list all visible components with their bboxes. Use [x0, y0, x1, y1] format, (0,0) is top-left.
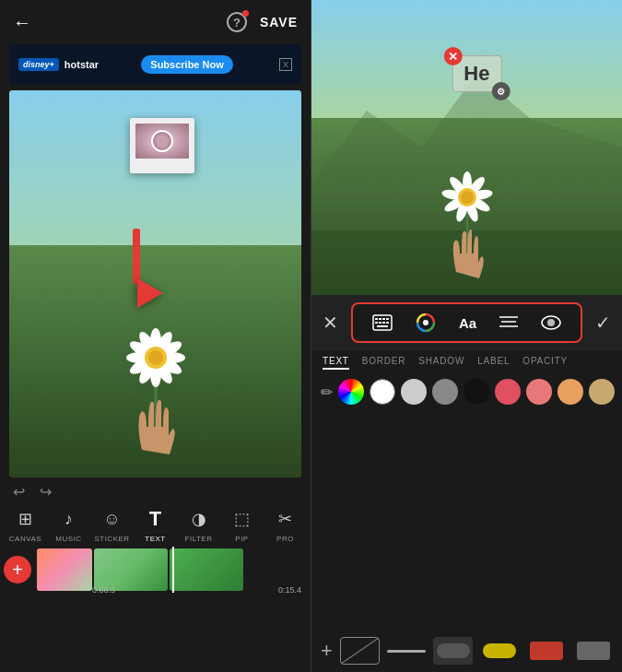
clip-1[interactable] [37, 548, 92, 591]
ad-close-wrap: X [279, 58, 292, 71]
subtab-opacity[interactable]: OPACITY [522, 356, 568, 370]
color-wheel-tool-button[interactable] [416, 312, 436, 333]
pro-icon: ✂ [273, 506, 299, 532]
subtab-text[interactable]: TEXT [323, 356, 349, 370]
align-tool-button[interactable] [499, 315, 518, 330]
toolbar-music[interactable]: ♪ MUSIC [47, 506, 90, 543]
polaroid-inner [135, 124, 189, 159]
hotstar-text: hotstar [65, 59, 99, 70]
right-toolbar-row: ✕ [311, 295, 622, 350]
red-arrow-head [124, 278, 163, 315]
shape-line[interactable] [387, 637, 427, 665]
sticker-icon: ☺ [100, 506, 125, 532]
header-right: ? SAVE [227, 12, 298, 32]
color-white-swatch[interactable] [370, 379, 395, 405]
color-tan-swatch[interactable] [589, 379, 615, 405]
svg-rect-34 [382, 322, 385, 324]
sticker-content: He [464, 62, 489, 86]
arrow-overlay [129, 284, 162, 367]
color-salmon-swatch[interactable] [526, 379, 552, 405]
right-close-button[interactable]: ✕ [323, 312, 338, 334]
undo-button[interactable]: ↩ [13, 483, 25, 501]
time-label-left: 0:06.5 [92, 585, 115, 595]
timeline-area: + 0:06.5 0:15.4 [0, 543, 311, 596]
ad-banner[interactable]: disney+ hotstar Subscribe Now X [9, 44, 301, 85]
right-video-preview: ✕ He ⚙ [311, 0, 622, 295]
timeline-cursor [172, 547, 174, 593]
save-button[interactable]: SAVE [260, 15, 298, 29]
keyboard-tool-button[interactable] [372, 314, 393, 331]
color-red-swatch[interactable] [495, 379, 521, 405]
pencil-icon[interactable]: ✏ [321, 379, 333, 405]
shape-rect-red[interactable] [527, 637, 567, 665]
time-label-right: 0:15.4 [278, 585, 301, 595]
subtab-label[interactable]: LABEL [477, 356, 510, 370]
pill-dark-inner [437, 643, 470, 658]
rect-gray-inner [577, 642, 610, 660]
right-confirm-button[interactable]: ✓ [595, 312, 611, 334]
polaroid-circle [151, 130, 173, 152]
toolbar-pip[interactable]: ⬚ PIP [220, 506, 264, 543]
text-size-tool-button[interactable]: Aa [459, 315, 476, 331]
shape-rect-gray[interactable] [573, 637, 613, 665]
svg-rect-33 [379, 322, 381, 324]
back-button[interactable]: ← [13, 12, 31, 33]
toolbar-filter[interactable]: ◑ FILTER [177, 506, 220, 543]
toolbar-canvas[interactable]: ⊞ CANVAS [4, 506, 47, 543]
subtab-border[interactable]: BORDER [362, 356, 406, 370]
text-sticker[interactable]: ✕ He ⚙ [452, 55, 501, 92]
shape-none[interactable] [340, 637, 380, 665]
color-black-swatch[interactable] [464, 379, 489, 405]
right-panel: ✕ He ⚙ ✕ [311, 0, 622, 672]
right-flower [421, 129, 513, 295]
ad-close-button[interactable]: X [279, 58, 292, 71]
canvas-label: CANVAS [9, 535, 41, 543]
disney-logo: disney+ [18, 58, 59, 71]
help-icon-wrap: ? [227, 12, 247, 32]
svg-rect-35 [386, 322, 389, 324]
text-sticker-wrap[interactable]: ✕ He ⚙ [452, 55, 501, 92]
text-subtabs: TEXT BORDER SHADOW LABEL OPACITY [311, 350, 622, 371]
shape-pill-dark[interactable] [433, 637, 473, 665]
clip-3[interactable] [170, 548, 243, 591]
shape-row: + [311, 630, 622, 672]
svg-rect-31 [386, 318, 389, 320]
pro-label: PRO [276, 535, 294, 543]
filter-icon: ◑ [186, 506, 212, 532]
svg-rect-29 [379, 318, 381, 320]
color-gray-swatch[interactable] [432, 379, 458, 405]
color-palette-row: ✏ [311, 371, 622, 412]
toolbar-pro[interactable]: ✂ PRO [264, 506, 307, 543]
ad-logo: disney+ hotstar [18, 58, 99, 71]
line-inner [387, 650, 427, 653]
video-preview [9, 90, 301, 477]
left-panel: ← ? SAVE disney+ hotstar Subscribe Now X [0, 0, 311, 672]
notification-dot [242, 10, 249, 17]
subtab-shadow[interactable]: SHADOW [418, 356, 464, 370]
toolbar-sticker[interactable]: ☺ STICKER [90, 506, 134, 543]
add-shape-button[interactable]: + [321, 639, 333, 663]
left-header: ← ? SAVE [0, 0, 311, 44]
redo-button[interactable]: ↪ [40, 483, 52, 501]
sticker-settings-button[interactable]: ⚙ [491, 82, 510, 100]
svg-point-38 [423, 320, 428, 325]
color-lightgray-swatch[interactable] [401, 379, 427, 405]
filter-label: FILTER [185, 535, 213, 543]
color-orange-swatch[interactable] [557, 379, 583, 405]
toolbar-text[interactable]: T TEXT [134, 506, 177, 543]
add-clip-button[interactable]: + [4, 556, 31, 584]
sticker-label: STICKER [94, 535, 129, 543]
polaroid-sticker[interactable] [130, 118, 194, 173]
shape-pill-yellow[interactable] [480, 637, 520, 665]
spacer [311, 412, 622, 630]
subscribe-button[interactable]: Subscribe Now [141, 55, 232, 74]
style-tool-button[interactable] [541, 315, 561, 330]
sticker-delete-button[interactable]: ✕ [443, 47, 462, 65]
undo-redo-row: ↩ ↪ [0, 477, 311, 501]
svg-point-26 [461, 191, 474, 204]
music-icon: ♪ [56, 506, 82, 532]
color-gradient-swatch[interactable] [338, 379, 364, 405]
pip-label: PIP [235, 535, 248, 543]
music-label: MUSIC [55, 535, 81, 543]
canvas-icon: ⊞ [13, 506, 39, 532]
